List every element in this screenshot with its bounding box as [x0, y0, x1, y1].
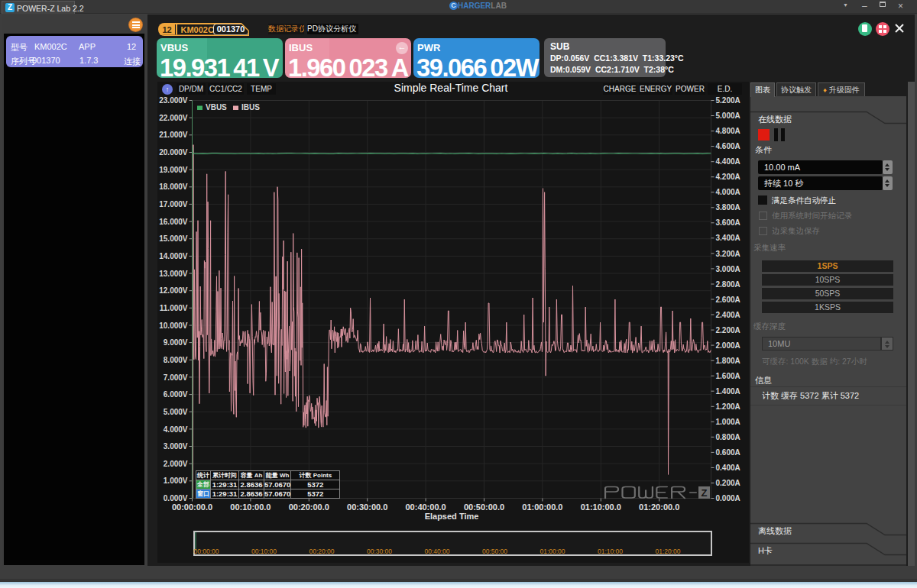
svg-text:00:10:00.0: 00:10:00.0: [230, 502, 271, 512]
svg-text:01:10:00.0: 01:10:00.0: [581, 502, 621, 512]
svg-text:12.000V: 12.000V: [159, 286, 188, 295]
svg-text:1.000V: 1.000V: [164, 477, 188, 485]
svg-text:2.600A: 2.600A: [716, 296, 740, 304]
svg-text:4.000V: 4.000V: [164, 425, 188, 434]
svg-text:3.000A: 3.000A: [716, 265, 740, 273]
svg-text:19.000V: 19.000V: [159, 166, 188, 174]
svg-text:Elapsed Time: Elapsed Time: [425, 512, 479, 521]
svg-text:9.000V: 9.000V: [164, 338, 188, 347]
svg-text:17.000V: 17.000V: [159, 200, 188, 208]
svg-text:1.800A: 1.800A: [716, 357, 740, 365]
svg-text:20.000V: 20.000V: [159, 148, 188, 157]
svg-text:4.200A: 4.200A: [716, 173, 740, 181]
svg-text:01:00:00.0: 01:00:00.0: [522, 502, 562, 512]
svg-text:0.000A: 0.000A: [716, 494, 740, 502]
svg-text:00:20:00.0: 00:20:00.0: [289, 502, 329, 512]
svg-text:0.400A: 0.400A: [716, 464, 740, 472]
svg-text:22.000V: 22.000V: [159, 114, 188, 122]
svg-text:4.000A: 4.000A: [716, 188, 740, 196]
svg-text:VBUS: VBUS: [206, 103, 227, 111]
svg-text:0.200A: 0.200A: [716, 479, 740, 487]
svg-text:23.000V: 23.000V: [159, 97, 188, 105]
svg-text:1.600A: 1.600A: [716, 372, 740, 380]
svg-text:0.000V: 0.000V: [164, 494, 188, 502]
svg-text:10.000V: 10.000V: [159, 321, 188, 330]
svg-text:1.000A: 1.000A: [716, 418, 740, 426]
svg-text:7.000V: 7.000V: [164, 373, 188, 382]
svg-text:21.000V: 21.000V: [159, 131, 188, 139]
svg-text:5.000V: 5.000V: [164, 408, 188, 416]
svg-text:18.000V: 18.000V: [159, 183, 188, 191]
svg-text:2.000A: 2.000A: [716, 341, 740, 350]
svg-text:8.000V: 8.000V: [164, 356, 188, 364]
svg-text:14.000V: 14.000V: [159, 252, 188, 260]
svg-text:13.000V: 13.000V: [159, 270, 188, 278]
svg-text:2.400A: 2.400A: [716, 311, 740, 319]
svg-text:2.800A: 2.800A: [716, 280, 740, 289]
svg-text:4.400A: 4.400A: [716, 157, 740, 166]
svg-text:00:40:00.0: 00:40:00.0: [405, 502, 446, 512]
svg-text:01:20:00.0: 01:20:00.0: [639, 502, 679, 512]
svg-text:2.200A: 2.200A: [716, 326, 740, 334]
svg-text:15.000V: 15.000V: [159, 234, 188, 243]
svg-text:5.000A: 5.000A: [716, 111, 740, 120]
svg-text:IBUS: IBUS: [241, 103, 260, 111]
svg-text:3.000V: 3.000V: [164, 442, 188, 451]
svg-text:16.000V: 16.000V: [159, 218, 188, 226]
svg-text:3.800A: 3.800A: [716, 203, 740, 212]
svg-text:00:30:00.0: 00:30:00.0: [347, 502, 387, 512]
svg-text:3.200A: 3.200A: [716, 250, 740, 258]
svg-text:5.200A: 5.200A: [716, 97, 740, 105]
svg-text:3.400A: 3.400A: [716, 234, 740, 242]
svg-text:Z: Z: [702, 487, 708, 499]
svg-text:00:00:00.0: 00:00:00.0: [172, 502, 212, 512]
svg-text:2.000V: 2.000V: [164, 460, 188, 468]
svg-text:4.800A: 4.800A: [716, 127, 740, 135]
svg-text:0.600A: 0.600A: [716, 448, 740, 457]
svg-text:0.800A: 0.800A: [716, 433, 740, 441]
svg-text:6.000V: 6.000V: [164, 390, 188, 399]
svg-text:11.000V: 11.000V: [160, 304, 188, 312]
svg-text:1.400A: 1.400A: [716, 387, 740, 396]
svg-text:3.600A: 3.600A: [716, 218, 740, 227]
svg-text:1.200A: 1.200A: [716, 402, 740, 411]
svg-text:00:50:00.0: 00:50:00.0: [464, 502, 504, 512]
svg-text:4.600A: 4.600A: [716, 142, 740, 150]
